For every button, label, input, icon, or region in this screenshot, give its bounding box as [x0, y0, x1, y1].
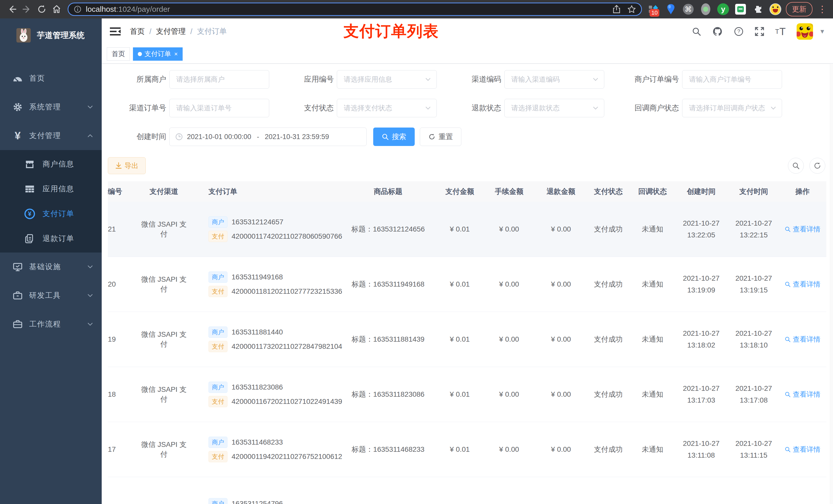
date-separator: - — [255, 133, 261, 141]
view-detail-link[interactable]: 查看详情 — [785, 390, 820, 399]
app-logo[interactable]: 芋道管理系统 — [0, 19, 102, 52]
command-extension-icon[interactable]: ⌘ — [682, 3, 694, 15]
sidebar-item-dev-tools[interactable]: 研发工具 — [0, 281, 102, 310]
sidebar-menu: 首页 系统管理 ¥ 支付管理 — [0, 64, 102, 339]
channel-order-no-field — [169, 99, 269, 117]
sidebar-item-refund-order[interactable]: 退款订单 — [0, 226, 102, 251]
channel-code-select[interactable] — [504, 70, 604, 89]
table-header: 编号 支付渠道 支付订单 商品标题 支付金额 手续金额 退款金额 支付状态 回调… — [108, 181, 826, 202]
tag-close-icon[interactable]: × — [174, 50, 178, 57]
payment-submenu: 商户信息 应用信息 ¥ 支付订单 — [0, 150, 102, 253]
merchant-tag: 商户 — [209, 271, 228, 283]
notify-status-select[interactable] — [682, 99, 782, 117]
yen-circle-icon: ¥ — [23, 208, 37, 219]
gear-icon — [11, 102, 24, 112]
breadcrumb-payment[interactable]: 支付管理 — [156, 26, 186, 37]
sidebar: 芋道管理系统 首页 系统管理 ¥ 支付管理 — [0, 19, 102, 504]
help-icon[interactable]: ? — [734, 26, 744, 37]
sidebar-item-infrastructure[interactable]: 基础设施 — [0, 253, 102, 281]
pay-status-label: 支付状态 — [272, 103, 334, 113]
view-detail-link[interactable]: 查看详情 — [785, 224, 820, 234]
fullscreen-icon[interactable] — [755, 27, 764, 37]
toolbox-icon — [11, 290, 24, 301]
pay-status-select[interactable] — [337, 99, 437, 117]
browser-back-icon[interactable] — [5, 2, 20, 17]
merchant-input[interactable] — [169, 70, 269, 89]
create-time-range-picker[interactable]: 2021-10-01 00:00:00 - 2021-10-31 23:59:5… — [169, 127, 366, 146]
browser-home-icon[interactable] — [49, 2, 64, 17]
view-detail-link[interactable]: 查看详情 — [785, 280, 820, 289]
shop-icon — [23, 159, 37, 169]
emoji-extension-icon[interactable] — [769, 3, 781, 15]
bookmark-star-icon[interactable] — [627, 5, 636, 14]
page-scrollbar[interactable] — [830, 64, 833, 504]
tab-manager-extension-icon[interactable]: 10 — [647, 3, 659, 15]
channel-order-no-input[interactable] — [169, 99, 269, 117]
sidebar-item-home[interactable]: 首页 — [0, 64, 102, 93]
app-label: 应用编号 — [272, 74, 334, 85]
logo-rabbit-image — [16, 28, 31, 43]
view-detail-link[interactable]: 查看详情 — [785, 335, 820, 344]
merchant-tag: 商户 — [209, 327, 228, 338]
chrome-update-button[interactable]: 更新 — [786, 2, 812, 16]
font-size-icon[interactable]: TT — [775, 26, 786, 38]
breadcrumb: 首页 / 支付管理 / 支付订单 — [130, 26, 227, 37]
pay-tag: 支付 — [209, 451, 228, 462]
breadcrumb-home[interactable]: 首页 — [130, 26, 145, 37]
main-area: 首页 / 支付管理 / 支付订单 支付订单列表 ? — [102, 19, 833, 504]
table-row[interactable]: 18 微信 JSAPI 支付 商户1635311823086 支付4200001… — [108, 367, 826, 422]
refresh-icon[interactable] — [809, 158, 825, 174]
dashboard-icon — [11, 73, 24, 83]
github-icon[interactable] — [712, 26, 723, 37]
reset-button[interactable]: 重置 — [420, 127, 461, 146]
extensions-puzzle-icon[interactable] — [752, 3, 764, 15]
balloon-extension-icon[interactable] — [665, 3, 677, 15]
sidebar-item-system[interactable]: 系统管理 — [0, 93, 102, 121]
view-detail-link[interactable]: 查看详情 — [785, 445, 820, 454]
browser-forward-icon[interactable] — [20, 2, 34, 17]
sidebar-item-workflow[interactable]: 工作流程 — [0, 310, 102, 339]
merchant-tag: 商户 — [209, 382, 228, 393]
sidebar-item-merchant-info[interactable]: 商户信息 — [0, 152, 102, 176]
site-info-icon[interactable] — [73, 5, 82, 13]
tag-pay-order[interactable]: 支付订单 × — [133, 47, 183, 61]
merchant-order-no-input[interactable] — [682, 70, 782, 89]
tag-home[interactable]: 首页 — [107, 47, 130, 61]
search-icon[interactable] — [692, 27, 701, 37]
url-host: localhost — [86, 5, 116, 14]
sidebar-item-pay-order[interactable]: ¥ 支付订单 — [0, 201, 102, 226]
sidebar-item-payment[interactable]: ¥ 支付管理 — [0, 121, 102, 150]
export-button[interactable]: 导出 — [108, 157, 146, 174]
search-button[interactable]: 搜索 — [373, 127, 415, 146]
browser-address-bar[interactable]: localhost:1024/pay/order — [68, 3, 642, 16]
browser-reload-icon[interactable] — [34, 2, 49, 17]
toggle-search-icon[interactable] — [788, 158, 804, 174]
svg-text:?: ? — [737, 28, 740, 34]
table-row[interactable]: 20 微信 JSAPI 支付 商户1635311949168 支付4200001… — [108, 257, 826, 312]
browser-menu-icon[interactable]: ⋮ — [816, 4, 828, 15]
refund-status-label: 退款状态 — [440, 103, 501, 113]
filter-row-1: 所属商户 应用编号 渠道编码 商户订单编号 — [108, 70, 826, 89]
sidebar-collapse-icon[interactable] — [110, 26, 121, 38]
monitor-icon — [11, 262, 24, 272]
date-end: 2021-10-31 23:59:59 — [265, 133, 329, 141]
chat-extension-icon[interactable] — [735, 3, 746, 15]
share-icon[interactable] — [613, 5, 621, 14]
table-row[interactable]: 17 微信 JSAPI 支付 商户1635311468233 支付4200001… — [108, 422, 826, 477]
table-tools — [788, 158, 825, 174]
page-content: 所属商户 应用编号 渠道编码 商户订单编号 — [102, 64, 833, 504]
pay-tag: 支付 — [209, 231, 228, 242]
user-avatar[interactable] — [796, 23, 813, 40]
grey-oval-extension-icon[interactable] — [700, 3, 712, 15]
y-extension-icon[interactable]: y — [717, 3, 729, 15]
yen-icon: ¥ — [11, 129, 24, 142]
table-row[interactable]: 商户1635311254796 — [108, 477, 826, 504]
refund-status-select[interactable] — [504, 99, 604, 117]
table-row[interactable]: 21 微信 JSAPI 支付 商户1635312124657 支付4200001… — [108, 202, 826, 257]
sidebar-item-app-info[interactable]: 应用信息 — [0, 176, 102, 201]
merchant-label: 所属商户 — [108, 74, 166, 85]
avatar-caret-icon[interactable]: ▼ — [819, 28, 825, 35]
table-row[interactable]: 19 微信 JSAPI 支付 商户1635311881440 支付4200001… — [108, 312, 826, 367]
channel-order-no-label: 渠道订单号 — [108, 103, 166, 113]
app-select[interactable] — [337, 70, 437, 89]
